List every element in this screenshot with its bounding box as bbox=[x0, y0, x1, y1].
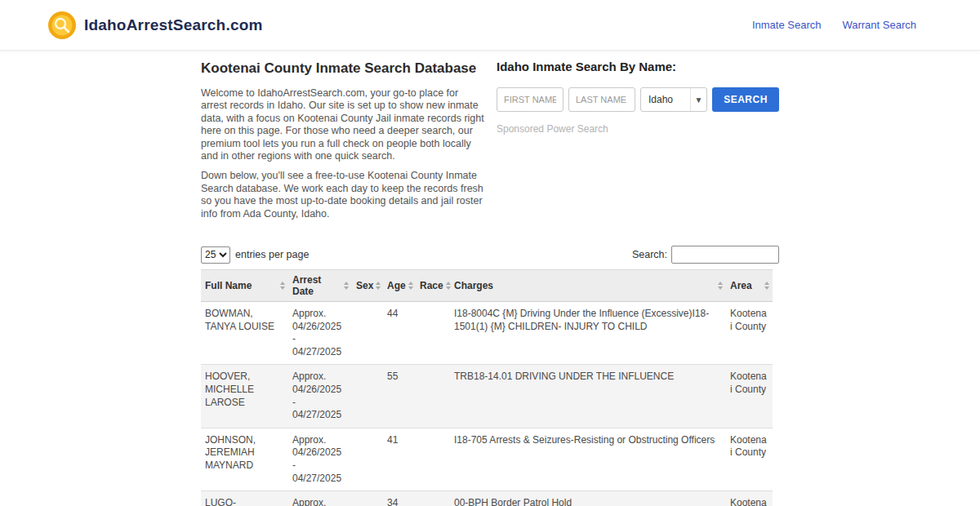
first-name-input[interactable] bbox=[497, 87, 564, 112]
table-row: HOOVER, MICHELLE LAROSEApprox. 04/26/202… bbox=[201, 365, 773, 428]
logo-icon bbox=[47, 11, 77, 40]
cell-area: Kootenai County bbox=[726, 365, 773, 428]
column-label: Sex bbox=[356, 280, 373, 291]
sort-icon[interactable] bbox=[344, 282, 349, 290]
cell-name: BOWMAN, TANYA LOUISE bbox=[201, 302, 288, 365]
intro-paragraph-2: Down below, you'll see a free-to-use Koo… bbox=[201, 170, 485, 220]
table-row: BOWMAN, TANYA LOUISEApprox. 04/26/2025 -… bbox=[201, 302, 773, 365]
column-header-charges[interactable]: Charges bbox=[450, 270, 726, 302]
cell-date: Approx. 04/26/2025 - 04/27/2025 bbox=[288, 302, 352, 365]
cell-date: Approx. 04/26/2025 - 04/27/2025 bbox=[288, 428, 352, 490]
column-header-age[interactable]: Age bbox=[383, 270, 416, 302]
cell-date: Approx. 04/26/2025 - 04/27/2025 bbox=[288, 365, 352, 428]
brand-name: IdahoArrestSearch.com bbox=[84, 16, 263, 34]
brand[interactable]: IdahoArrestSearch.com bbox=[47, 11, 263, 40]
column-label: Arrest Date bbox=[292, 274, 341, 297]
cell-sex bbox=[352, 365, 383, 428]
cell-sex bbox=[352, 491, 383, 506]
chevron-down-icon: ▼ bbox=[690, 88, 706, 111]
nav-warrant-search[interactable]: Warrant Search bbox=[842, 19, 916, 31]
sort-icon[interactable] bbox=[376, 282, 381, 290]
column-header-race[interactable]: Race bbox=[416, 270, 450, 302]
column-label: Full Name bbox=[205, 280, 252, 291]
header-nav: Inmate Search Warrant Search bbox=[752, 19, 916, 31]
cell-charges: TRB18-14.01 DRIVING UNDER THE INFLUENCE bbox=[450, 365, 726, 428]
inmate-table: Full NameArrest DateSexAgeRaceChargesAre… bbox=[201, 269, 773, 506]
table-search-label: Search: bbox=[632, 249, 667, 260]
column-label: Charges bbox=[454, 280, 493, 291]
cell-sex bbox=[352, 302, 383, 365]
table-controls: 25 entries per page Search: bbox=[201, 246, 779, 264]
sort-icon[interactable] bbox=[446, 282, 451, 290]
cell-age: 34 bbox=[383, 491, 416, 506]
cell-race bbox=[416, 302, 450, 365]
cell-race bbox=[416, 491, 450, 506]
cell-name: HOOVER, MICHELLE LAROSE bbox=[201, 365, 288, 428]
column-label: Race bbox=[420, 280, 443, 291]
cell-charges: I18-705 Arrests & Seizures-Resisting or … bbox=[450, 428, 726, 490]
cell-name: JOHNSON, JEREMIAH MAYNARD bbox=[201, 428, 288, 490]
table-header-row: Full NameArrest DateSexAgeRaceChargesAre… bbox=[201, 270, 773, 302]
cell-charges: I18-8004C {M} Driving Under the Influenc… bbox=[450, 302, 726, 365]
sort-icon[interactable] bbox=[280, 282, 285, 290]
table-search-input[interactable] bbox=[671, 246, 779, 264]
column-header-area[interactable]: Area bbox=[726, 270, 773, 302]
column-label: Age bbox=[387, 280, 406, 291]
main-content: Kootenai County Inmate Search Database W… bbox=[201, 51, 779, 506]
search-button[interactable]: SEARCH bbox=[712, 87, 779, 112]
sort-icon[interactable] bbox=[764, 282, 769, 290]
cell-age: 41 bbox=[383, 428, 416, 490]
cell-area: Kootenai County bbox=[726, 302, 773, 365]
name-search-section: Idaho Inmate Search By Name: Idaho ▼ SEA… bbox=[497, 57, 779, 228]
search-form: Idaho ▼ SEARCH bbox=[497, 87, 779, 112]
table-row: JOHNSON, JEREMIAH MAYNARDApprox. 04/26/2… bbox=[201, 428, 773, 490]
cell-area: Kootenai County bbox=[726, 491, 773, 506]
last-name-input[interactable] bbox=[568, 87, 635, 112]
table-row: LUGO-DOMINGUEZ, ASNORDO ENRIQUEApprox. 0… bbox=[201, 491, 773, 506]
cell-age: 44 bbox=[383, 302, 416, 365]
sort-icon[interactable] bbox=[408, 282, 413, 290]
page-size-select[interactable]: 25 bbox=[201, 246, 230, 264]
sort-icon[interactable] bbox=[718, 282, 723, 290]
cell-sex bbox=[352, 428, 383, 490]
state-select[interactable]: Idaho ▼ bbox=[640, 87, 707, 112]
column-label: Area bbox=[730, 280, 752, 291]
entries-per-page-label: entries per page bbox=[235, 249, 309, 260]
intro-section: Kootenai County Inmate Search Database W… bbox=[201, 57, 485, 228]
column-header-arrest-date[interactable]: Arrest Date bbox=[288, 270, 352, 302]
cell-area: Kootenai County bbox=[726, 428, 773, 490]
table-body: BOWMAN, TANYA LOUISEApprox. 04/26/2025 -… bbox=[201, 302, 773, 506]
state-select-value: Idaho bbox=[648, 94, 673, 105]
search-form-title: Idaho Inmate Search By Name: bbox=[497, 60, 779, 73]
cell-charges: 00-BPH Border Patrol Hold bbox=[450, 491, 726, 506]
column-header-sex[interactable]: Sex bbox=[352, 270, 383, 302]
cell-race bbox=[416, 365, 450, 428]
nav-inmate-search[interactable]: Inmate Search bbox=[752, 19, 822, 31]
page-title: Kootenai County Inmate Search Database bbox=[201, 60, 485, 77]
cell-race bbox=[416, 428, 450, 490]
sponsored-text: Sponsored Power Search bbox=[497, 123, 779, 135]
cell-date: Approx. 04/26/2025 - 04/27/2025 bbox=[288, 491, 352, 506]
column-header-full-name[interactable]: Full Name bbox=[201, 270, 288, 302]
intro-paragraph-1: Welcome to IdahoArrestSearch.com, your g… bbox=[201, 87, 485, 162]
cell-name: LUGO-DOMINGUEZ, ASNORDO ENRIQUE bbox=[201, 491, 288, 506]
site-header: IdahoArrestSearch.com Inmate Search Warr… bbox=[0, 0, 980, 51]
cell-age: 55 bbox=[383, 365, 416, 428]
